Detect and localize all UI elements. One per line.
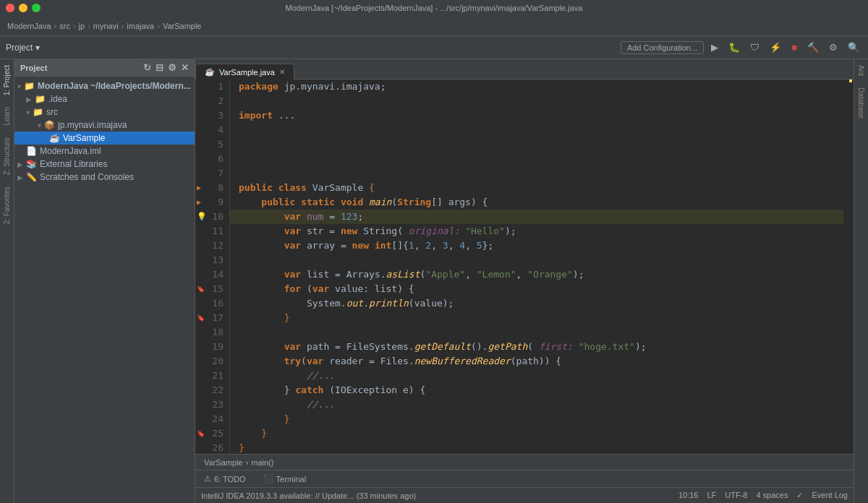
- tree-item-external-libraries[interactable]: ▶ 📚 External Libraries: [14, 158, 195, 171]
- tree-item-modernJava[interactable]: ▾ 📁 ModernJava ~/IdeaProjects/Modern...: [14, 79, 195, 93]
- code-token: out: [346, 296, 363, 311]
- titlebar: ModernJava [~/IdeaProjects/ModernJava] -…: [0, 0, 868, 16]
- code-token: (: [527, 340, 539, 354]
- code-line: }: [230, 412, 843, 426]
- code-token: list =: [307, 267, 346, 282]
- code-token: getPath: [488, 340, 527, 354]
- sidebar-item-structure[interactable]: Z: Structure: [1, 132, 12, 181]
- code-token: String: [397, 195, 431, 210]
- code-token: "Orange": [527, 267, 573, 282]
- code-line: import ...: [230, 108, 843, 123]
- code-token: "Lemon": [477, 267, 516, 282]
- breadcrumb-item[interactable]: mynavi: [93, 22, 119, 30]
- code-token: .: [380, 267, 386, 282]
- line-number: 26: [195, 441, 229, 454]
- encoding[interactable]: UTF-8: [725, 491, 747, 500]
- tab-terminal[interactable]: ⬛ Terminal: [260, 473, 310, 485]
- code-token: ...: [278, 108, 295, 123]
- code-line: System.out.println(value);: [230, 296, 843, 311]
- stop-icon[interactable]: ■: [788, 40, 800, 54]
- line-number: 5: [195, 137, 229, 152]
- event-log[interactable]: Event Log: [812, 491, 848, 500]
- line-separator[interactable]: LF: [707, 491, 716, 500]
- sync-icon[interactable]: ↻: [143, 62, 151, 73]
- run-icon[interactable]: ▶: [708, 40, 721, 54]
- editor-area: ☕ VarSample.java ✕ 1234567▶8▶9💡101112131…: [195, 59, 854, 503]
- line-number: 19: [195, 340, 229, 354]
- settings-icon[interactable]: ⚙: [168, 62, 176, 73]
- code-token: ,: [431, 238, 443, 253]
- breadcrumb-item[interactable]: src: [59, 22, 70, 30]
- file-tree: ▾ 📁 ModernJava ~/IdeaProjects/Modern... …: [14, 77, 195, 503]
- breadcrumb-bar: ModernJava › src › jp › mynavi › imajava…: [0, 16, 868, 36]
- code-line: [230, 166, 843, 181]
- main-area: 1: Project Learn Z: Structure 2: Favorit…: [0, 59, 868, 503]
- line-number: 2: [195, 94, 229, 108]
- close-button[interactable]: [6, 4, 14, 12]
- code-token: catch: [295, 383, 329, 397]
- tree-item-iml[interactable]: 📄 ModernJava.iml: [14, 145, 195, 158]
- tree-item-idea[interactable]: ▶ 📁 .idea: [14, 93, 195, 106]
- sidebar-item-learn[interactable]: Learn: [1, 101, 12, 132]
- code-token: }: [261, 426, 267, 441]
- code-line: var str = new String( original: "Hello")…: [230, 224, 843, 238]
- code-token: FileSystems: [346, 340, 409, 354]
- line-number: 12: [195, 238, 229, 253]
- sidebar-item-project[interactable]: 1: Project: [1, 59, 12, 101]
- code-token: "Apple": [425, 267, 465, 282]
- tab-todo[interactable]: ⚠ 6: TODO: [201, 473, 249, 485]
- tree-item-scratches[interactable]: ▶ ✏️ Scratches and Consoles: [14, 171, 195, 184]
- project-dropdown[interactable]: Project ▾: [6, 43, 40, 53]
- code-token: main: [369, 195, 391, 210]
- code-token: [239, 267, 284, 282]
- debug-arrow-icon: ▶: [197, 195, 201, 210]
- code-token: class: [278, 181, 312, 195]
- line-number: 🔖15: [195, 282, 229, 296]
- line-number: 16: [195, 296, 229, 311]
- code-token: [239, 383, 284, 397]
- code-token: []: [431, 195, 448, 210]
- code-line: var path = FileSystems.getDefault().getP…: [230, 340, 843, 354]
- breadcrumb-item[interactable]: imajava: [127, 22, 154, 30]
- settings-icon[interactable]: ⚙: [826, 40, 841, 54]
- code-token: =: [323, 210, 340, 224]
- code-line: for (var value: list) {: [230, 282, 843, 296]
- profile-icon[interactable]: ⚡: [767, 40, 784, 54]
- coverage-icon[interactable]: 🛡: [747, 40, 762, 54]
- debug-icon[interactable]: 🐛: [726, 40, 743, 54]
- code-token: [239, 354, 284, 369]
- panel-close-icon[interactable]: ✕: [181, 62, 189, 73]
- indent-setting[interactable]: 4 spaces: [756, 491, 788, 500]
- sidebar-item-favorites[interactable]: 2: Favorites: [1, 181, 12, 230]
- breadcrumb-item[interactable]: ModernJava: [7, 22, 51, 30]
- code-token: num: [307, 210, 323, 224]
- code-line: //...: [230, 397, 843, 412]
- breadcrumb-item[interactable]: jp: [79, 22, 85, 30]
- code-token: public: [239, 181, 278, 195]
- code-token: };: [482, 238, 494, 253]
- breadcrumb-item[interactable]: VarSample: [163, 22, 202, 30]
- tab-varsample[interactable]: ☕ VarSample.java ✕: [195, 64, 294, 79]
- editor-content[interactable]: 1234567▶8▶9💡1011121314🔖1516🔖171819202122…: [195, 79, 854, 454]
- code-editor[interactable]: package jp.mynavi.imajava;import ...publ…: [230, 79, 843, 454]
- right-tab-database[interactable]: Database: [856, 82, 867, 124]
- minimize-button[interactable]: [19, 4, 27, 12]
- search-icon[interactable]: 🔍: [845, 40, 862, 54]
- tree-item-varsample[interactable]: ☕ VarSample: [14, 132, 195, 145]
- tree-item-package[interactable]: ▾ 📦 jp.mynavi.imajava: [14, 119, 195, 132]
- maximize-button[interactable]: [32, 4, 41, 12]
- code-token: void: [341, 195, 369, 210]
- add-configuration-button[interactable]: Add Configuration...: [621, 41, 704, 54]
- code-token: reader =: [329, 354, 380, 369]
- cursor-position: 10:16: [678, 491, 699, 500]
- editor-breadcrumb: VarSample › main(): [195, 454, 854, 470]
- code-token: 1: [409, 238, 414, 253]
- right-tab-ant[interactable]: Ant: [856, 59, 867, 82]
- code-token: "hoge.txt": [579, 340, 635, 354]
- code-token: var: [284, 238, 307, 253]
- build-icon[interactable]: 🔨: [804, 40, 822, 54]
- tab-close-icon[interactable]: ✕: [279, 68, 285, 76]
- tree-item-src[interactable]: ▾ 📁 src: [14, 106, 195, 119]
- code-token: 3: [443, 238, 448, 253]
- collapse-icon[interactable]: ⊟: [156, 62, 163, 73]
